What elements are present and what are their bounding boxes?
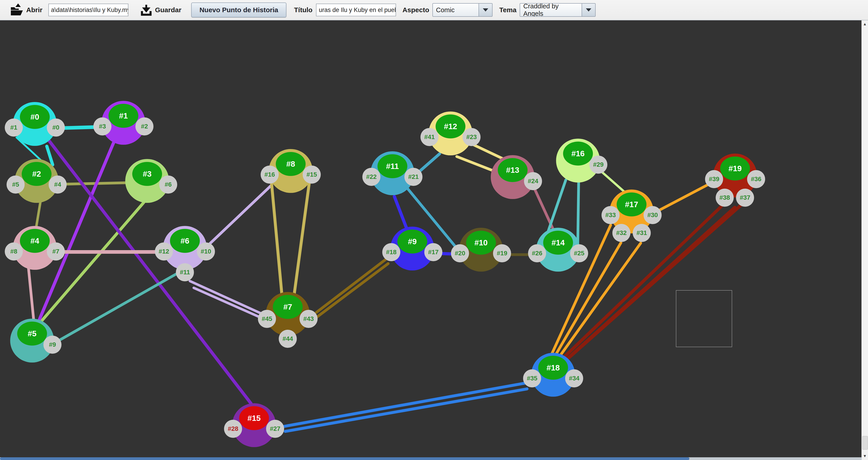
- file-path-input[interactable]: a\data\historias\Ilu y Kuby.mya: [49, 4, 128, 16]
- aspect-combobox[interactable]: Comic: [432, 3, 493, 17]
- node-label: #18: [538, 356, 568, 380]
- aspect-dropdown-arrow-icon[interactable]: [478, 4, 492, 16]
- node-connector[interactable]: #36: [747, 170, 765, 188]
- node-connector[interactable]: #17: [424, 243, 442, 261]
- open-folder-icon[interactable]: [9, 4, 24, 16]
- file-path-value: a\data\historias\Ilu y Kuby.mya: [51, 6, 128, 13]
- toolbar: Abrir a\data\historias\Ilu y Kuby.mya Gu…: [0, 0, 868, 20]
- node-connector[interactable]: #31: [633, 224, 651, 242]
- node-connector[interactable]: #10: [197, 242, 215, 261]
- edge-line: [392, 194, 409, 231]
- node-label: #8: [276, 152, 306, 176]
- node-label: #10: [466, 231, 496, 255]
- edge-line: [292, 179, 311, 302]
- node-connector[interactable]: #16: [260, 166, 279, 184]
- node-label: #9: [397, 230, 427, 254]
- edge-line: [206, 183, 273, 248]
- theme-combobox[interactable]: Craddled by Angels: [520, 3, 596, 17]
- edge-line: [311, 262, 390, 322]
- node-label: #11: [377, 154, 407, 178]
- node-label: #2: [22, 162, 52, 186]
- node-connector[interactable]: #19: [493, 244, 511, 262]
- node-label: #17: [617, 193, 647, 217]
- node-connector[interactable]: #3: [93, 117, 112, 136]
- node-connector[interactable]: #11: [176, 263, 194, 281]
- node-connector[interactable]: #1: [5, 118, 23, 137]
- empty-selection-box: [676, 290, 732, 347]
- node-label: #14: [543, 231, 573, 255]
- node-connector[interactable]: #12: [155, 242, 173, 261]
- new-story-point-label: Nuevo Punto de Historia: [199, 6, 278, 14]
- node-connector[interactable]: #45: [258, 310, 276, 328]
- node-connector[interactable]: #35: [523, 369, 541, 387]
- new-story-point-button[interactable]: Nuevo Punto de Historia: [191, 2, 286, 18]
- node-connector[interactable]: #27: [266, 420, 284, 438]
- node-connector[interactable]: #5: [6, 175, 25, 194]
- edge-line: [188, 279, 264, 315]
- edge-line: [37, 200, 146, 325]
- node-connector[interactable]: #41: [421, 128, 438, 146]
- node-connector[interactable]: #28: [224, 420, 242, 438]
- node-label: #15: [239, 406, 269, 430]
- open-button-label[interactable]: Abrir: [26, 6, 42, 14]
- node-label: #6: [170, 229, 200, 253]
- node-connector[interactable]: #7: [47, 242, 65, 261]
- node-connector[interactable]: #8: [5, 242, 23, 261]
- node-connector[interactable]: #23: [463, 128, 480, 146]
- horizontal-scrollbar[interactable]: [0, 457, 862, 460]
- scroll-down-arrow-icon[interactable]: ▼: [862, 452, 868, 460]
- node-label: #3: [132, 162, 162, 186]
- vertical-scrollbar[interactable]: ▲ ▼: [862, 20, 868, 460]
- node-label: #0: [20, 105, 50, 129]
- node-connector[interactable]: #20: [451, 244, 469, 262]
- scroll-up-arrow-icon[interactable]: ▲: [862, 20, 868, 28]
- theme-label: Tema: [499, 6, 517, 14]
- node-connector[interactable]: #18: [382, 243, 400, 261]
- node-connector[interactable]: #37: [736, 189, 754, 207]
- edge-line: [314, 256, 389, 314]
- theme-selected-value: Craddled by Angels: [520, 4, 582, 16]
- vertical-scrollbar-thumb[interactable]: [862, 436, 868, 450]
- node-connector[interactable]: #26: [528, 244, 546, 262]
- node-label: #4: [20, 229, 50, 253]
- node-connector[interactable]: #29: [589, 155, 608, 174]
- node-connector[interactable]: #24: [524, 172, 542, 190]
- node-label: #19: [720, 156, 750, 180]
- story-graph-canvas[interactable]: #0#1#0#1#3#2#2#5#4#3#6#4#8#7#5#9#6#12#10…: [0, 20, 862, 460]
- edge-line: [35, 200, 42, 228]
- node-connector[interactable]: #0: [47, 118, 65, 137]
- node-connector[interactable]: #30: [644, 206, 662, 224]
- horizontal-scrollbar-thumb[interactable]: [0, 457, 689, 460]
- node-connector[interactable]: #22: [362, 168, 380, 186]
- node-connector[interactable]: #25: [570, 244, 588, 262]
- save-button-label[interactable]: Guardar: [155, 6, 182, 14]
- node-connector[interactable]: #39: [705, 170, 723, 188]
- node-connector[interactable]: #32: [612, 224, 630, 242]
- edge-line: [282, 381, 527, 428]
- node-connector[interactable]: #34: [565, 369, 583, 387]
- title-label: Título: [294, 6, 313, 14]
- node-label: #1: [108, 104, 138, 128]
- node-connector[interactable]: #6: [159, 175, 177, 194]
- title-value: uras de Ilu y Kuby en el pueblo: [319, 6, 396, 13]
- node-connector[interactable]: #21: [404, 168, 423, 186]
- node-label: #16: [563, 142, 593, 166]
- edge-line: [270, 179, 284, 302]
- edge-line: [55, 250, 164, 254]
- node-connector[interactable]: #44: [279, 330, 297, 348]
- theme-dropdown-arrow-icon[interactable]: [582, 4, 595, 16]
- save-download-icon[interactable]: [140, 3, 153, 17]
- node-label: #5: [17, 322, 47, 346]
- node-connector[interactable]: #15: [303, 166, 321, 184]
- node-connector[interactable]: #2: [135, 117, 153, 136]
- edge-line: [284, 387, 529, 433]
- edge-line: [27, 265, 35, 322]
- edge-line: [58, 181, 127, 186]
- edge-line: [192, 286, 266, 320]
- title-input[interactable]: uras de Ilu y Kuby en el pueblo: [316, 4, 396, 16]
- node-connector[interactable]: #4: [49, 175, 67, 194]
- node-connector[interactable]: #43: [300, 310, 318, 328]
- node-connector[interactable]: #33: [601, 206, 620, 224]
- node-connector[interactable]: #38: [716, 189, 734, 207]
- node-connector[interactable]: #9: [43, 336, 61, 354]
